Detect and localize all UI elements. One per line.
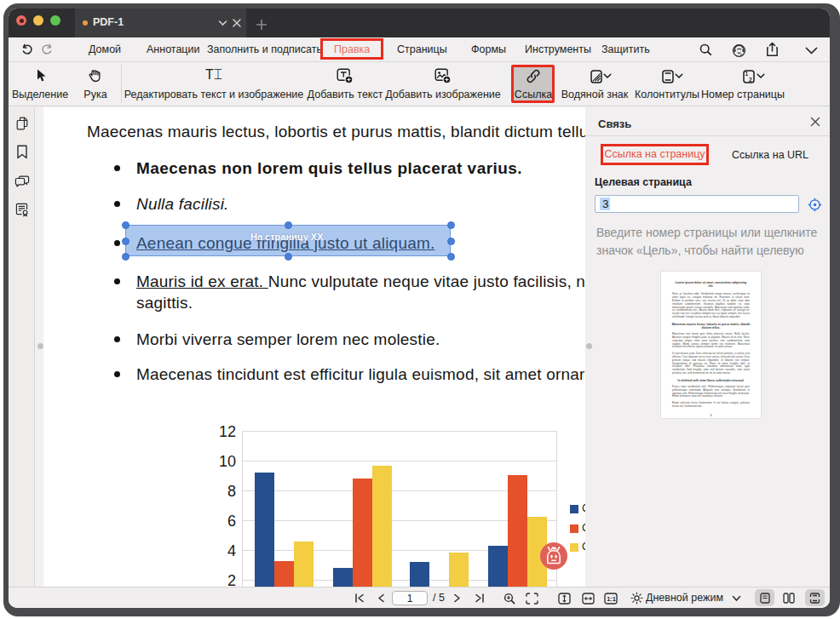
svg-text:1: 1: [745, 71, 748, 77]
svg-text:2: 2: [749, 77, 752, 83]
svg-text:1:1: 1:1: [607, 595, 616, 603]
